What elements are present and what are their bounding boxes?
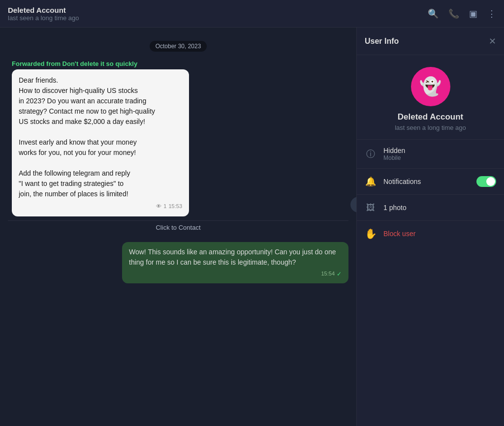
forward-label: Forwarded from Don't delete it so quickl… — [12, 60, 348, 67]
outgoing-wrapper: Wow! This sounds like an amazing opportu… — [8, 242, 348, 283]
ghost-icon: 👻 — [419, 76, 441, 97]
outgoing-text: Wow! This sounds like an amazing opportu… — [129, 247, 342, 268]
close-button[interactable]: ✕ — [489, 36, 496, 47]
avatar: 👻 — [411, 67, 450, 106]
hidden-label: Hidden — [383, 147, 496, 154]
info-row-hidden[interactable]: ⓘ Hidden Mobile — [357, 140, 504, 169]
mobile-label: Mobile — [383, 154, 496, 161]
eye-icon: 👁 — [156, 202, 161, 211]
panel-header: User Info ✕ — [357, 28, 504, 55]
share-icon: ➤ — [355, 200, 357, 209]
layout-icon[interactable]: ▣ — [469, 8, 477, 19]
date-divider: October 30, 2023 — [8, 41, 348, 50]
block-user-row[interactable]: ✋ Block user — [357, 221, 504, 246]
info-row-notifications[interactable]: 🔔 Notifications — [357, 169, 504, 195]
chat-area: October 30, 2023 Forwarded from Don't de… — [0, 28, 356, 426]
outgoing-bubble: Wow! This sounds like an amazing opportu… — [122, 242, 348, 283]
forwarded-time: 15:53 — [168, 202, 182, 211]
view-count: 1 — [163, 202, 166, 211]
outgoing-meta: 15:54 ✓ — [129, 270, 342, 278]
photo-icon: 🖼 — [365, 202, 377, 213]
forwarded-bubble: Dear friends. How to discover high-quali… — [12, 69, 189, 216]
photos-content: 1 photo — [383, 204, 496, 212]
panel-title: User Info — [365, 37, 399, 46]
chat-contact-name: Deleted Account — [8, 6, 428, 14]
block-label: Block user — [383, 230, 415, 238]
header-icons: 🔍 📞 ▣ ⋮ — [428, 8, 496, 19]
notifications-label: Notifications — [383, 178, 470, 185]
click-to-contact[interactable]: Click to Contact — [8, 220, 348, 234]
phone-icon[interactable]: 📞 — [448, 8, 459, 19]
outgoing-time: 15:54 — [321, 270, 335, 278]
forwarded-message-wrapper: Forwarded from Don't delete it so quickl… — [12, 60, 348, 216]
profile-name: Deleted Account — [398, 112, 464, 122]
bell-icon: 🔔 — [365, 176, 377, 187]
read-receipt-icon: ✓ — [337, 270, 342, 278]
info-circle-icon: ⓘ — [365, 148, 377, 160]
forwarded-meta: 👁 1 15:53 — [19, 202, 182, 211]
search-icon[interactable]: 🔍 — [428, 8, 439, 19]
hidden-info: Hidden Mobile — [383, 147, 496, 161]
user-info-panel: User Info ✕ 👻 Deleted Account last seen … — [356, 28, 504, 426]
header-left: Deleted Account last seen a long time ag… — [8, 6, 428, 22]
notifications-content: Notifications — [383, 178, 470, 185]
notifications-toggle-area[interactable] — [476, 176, 496, 187]
photos-label: 1 photo — [383, 204, 496, 212]
main-layout: October 30, 2023 Forwarded from Don't de… — [0, 28, 504, 426]
info-row-photos[interactable]: 🖼 1 photo — [357, 195, 504, 221]
share-button[interactable]: ➤ — [350, 197, 356, 213]
chat-messages: October 30, 2023 Forwarded from Don't de… — [0, 28, 356, 426]
chat-contact-status: last seen a long time ago — [8, 14, 428, 22]
block-icon: ✋ — [365, 228, 377, 240]
forwarded-text: Dear friends. How to discover high-quali… — [19, 75, 182, 199]
profile-status: last seen a long time ago — [395, 124, 466, 131]
chat-header: Deleted Account last seen a long time ag… — [0, 0, 504, 28]
notifications-toggle[interactable] — [476, 176, 496, 187]
user-profile: 👻 Deleted Account last seen a long time … — [357, 55, 504, 140]
more-icon[interactable]: ⋮ — [487, 8, 496, 19]
